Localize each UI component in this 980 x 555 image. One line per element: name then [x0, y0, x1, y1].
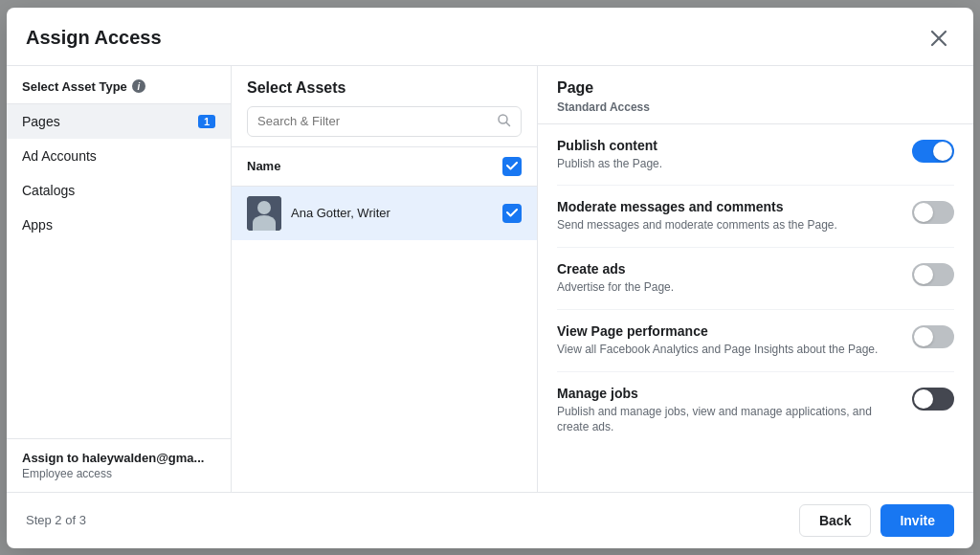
toggle-publish-content[interactable]: [912, 140, 954, 163]
toggle-create-ads[interactable]: [912, 263, 954, 286]
permission-name-view-performance: View Page performance: [557, 323, 901, 339]
permission-info-view-performance: View Page performance View all Facebook …: [557, 323, 901, 358]
asset-type-pages-label: Pages: [22, 114, 60, 129]
asset-type-label: Select Asset Type: [22, 79, 127, 94]
permission-name-manage-jobs: Manage jobs: [557, 386, 901, 401]
toggle-wrap-moderate: [912, 201, 954, 227]
svg-line-3: [506, 122, 510, 126]
permission-info-moderate: Moderate messages and comments Send mess…: [557, 199, 901, 233]
select-assets-title: Select Assets: [247, 79, 522, 97]
left-panel-header: Select Asset Type i: [7, 66, 231, 104]
asset-item-ana-gotter[interactable]: Ana Gotter, Writer: [232, 187, 537, 240]
asset-type-catalogs-label: Catalogs: [22, 183, 75, 198]
footer-buttons: Back Invite: [799, 504, 954, 537]
middle-panel: Select Assets Name: [232, 66, 538, 492]
left-panel-title: Select Asset Type i: [22, 79, 215, 94]
standard-access-label: Standard Access: [557, 100, 954, 114]
toggle-manage-jobs[interactable]: [912, 388, 954, 411]
right-panel: Page Standard Access Publish content Pub…: [538, 66, 973, 492]
permission-item-moderate: Moderate messages and comments Send mess…: [557, 186, 954, 248]
sidebar-item-ad-accounts[interactable]: Ad Accounts: [7, 139, 231, 173]
permission-info-manage-jobs: Manage jobs Publish and manage jobs, vie…: [557, 386, 901, 436]
modal-header: Assign Access: [7, 8, 973, 66]
name-column-header: Name: [247, 159, 495, 173]
left-panel-footer: Assign to haleywalden@gma... Employee ac…: [7, 438, 231, 492]
asset-type-list: Pages 1 Ad Accounts Catalogs Apps: [7, 104, 231, 438]
right-panel-header: Page Standard Access: [538, 66, 973, 124]
back-button[interactable]: Back: [799, 504, 871, 537]
asset-type-apps-label: Apps: [22, 217, 53, 233]
permission-name-moderate: Moderate messages and comments: [557, 199, 901, 214]
permission-desc-publish: Publish as the Page.: [557, 156, 901, 172]
modal-title: Assign Access: [26, 27, 162, 49]
search-icon: [497, 113, 511, 130]
search-input[interactable]: [257, 114, 491, 128]
asset-name: Ana Gotter, Writer: [291, 206, 493, 220]
permission-desc-view-performance: View all Facebook Analytics and Page Ins…: [557, 342, 901, 358]
permission-desc-manage-jobs: Publish and manage jobs, view and manage…: [557, 404, 901, 436]
pages-badge: 1: [198, 115, 215, 128]
permission-desc-moderate: Send messages and moderate comments as t…: [557, 217, 901, 233]
search-box: [247, 106, 522, 137]
toggle-moderate[interactable]: [912, 201, 954, 224]
info-icon[interactable]: i: [132, 79, 145, 93]
modal: Assign Access Select Asset Type i: [7, 8, 973, 548]
toggle-wrap-publish: [912, 140, 954, 166]
middle-panel-header: Select Assets: [232, 66, 537, 147]
permission-item-publish-content: Publish content Publish as the Page.: [557, 124, 954, 187]
avatar: [247, 196, 281, 231]
permission-item-manage-jobs: Manage jobs Publish and manage jobs, vie…: [557, 372, 954, 450]
left-panel: Select Asset Type i Pages 1 Ad Accounts …: [7, 66, 232, 492]
employee-access: Employee access: [22, 467, 215, 480]
checkmark-selected-icon: [506, 209, 518, 217]
permission-name-publish: Publish content: [557, 138, 901, 153]
toggle-view-performance[interactable]: [912, 325, 954, 348]
modal-body: Select Asset Type i Pages 1 Ad Accounts …: [7, 66, 973, 492]
close-icon: [930, 30, 947, 47]
permissions-list: Publish content Publish as the Page.: [538, 124, 973, 492]
checkmark-icon: [506, 162, 518, 170]
table-header: Name: [232, 147, 537, 187]
permission-item-create-ads: Create ads Advertise for the Page.: [557, 248, 954, 310]
asset-list: Ana Gotter, Writer: [232, 187, 537, 492]
asset-type-ad-accounts-label: Ad Accounts: [22, 148, 97, 164]
asset-selected-checkbox[interactable]: [502, 204, 522, 223]
permission-item-view-performance: View Page performance View all Facebook …: [557, 310, 954, 372]
toggle-wrap-create-ads: [912, 263, 954, 289]
toggle-wrap-view-performance: [912, 325, 954, 351]
close-button[interactable]: [924, 23, 954, 54]
permission-info-create-ads: Create ads Advertise for the Page.: [557, 261, 901, 296]
sidebar-item-catalogs[interactable]: Catalogs: [7, 173, 231, 208]
permission-name-create-ads: Create ads: [557, 261, 901, 277]
step-label: Step 2 of 3: [26, 513, 86, 527]
invite-button[interactable]: Invite: [880, 504, 954, 537]
modal-overlay: Assign Access Select Asset Type i: [0, 0, 980, 555]
modal-footer: Step 2 of 3 Back Invite: [7, 492, 973, 548]
select-all-checkbox[interactable]: [502, 157, 522, 176]
toggle-wrap-manage-jobs: [912, 388, 954, 413]
sidebar-item-pages[interactable]: Pages 1: [7, 104, 231, 139]
page-title: Page: [557, 79, 954, 97]
sidebar-item-apps[interactable]: Apps: [7, 208, 231, 242]
permission-info: Publish content Publish as the Page.: [557, 138, 901, 172]
assign-email: Assign to haleywalden@gma...: [22, 451, 215, 465]
permission-desc-create-ads: Advertise for the Page.: [557, 279, 901, 296]
